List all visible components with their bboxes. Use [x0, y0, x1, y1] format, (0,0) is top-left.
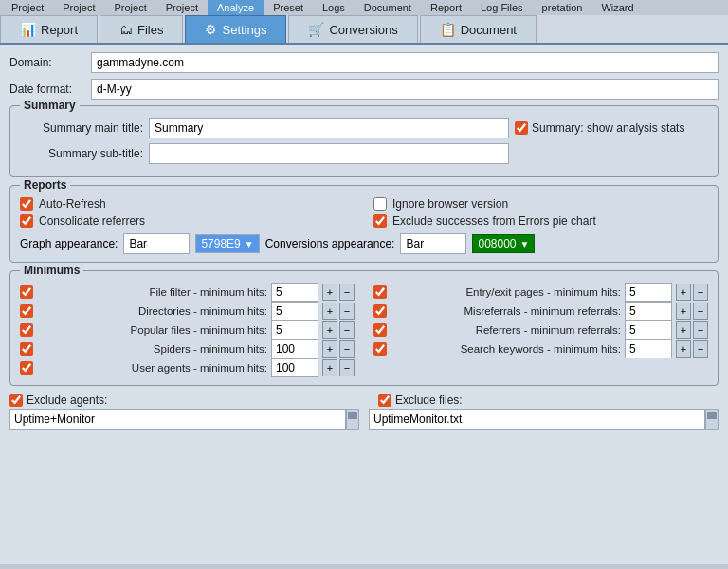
- file-filter-plus[interactable]: +: [322, 284, 337, 301]
- menu-logfiles[interactable]: Log Files: [471, 0, 533, 15]
- minimums-left: File filter - minimum hits: + − Director…: [20, 283, 355, 377]
- user-agents-minus[interactable]: −: [339, 359, 355, 376]
- popular-files-plus[interactable]: +: [322, 321, 337, 339]
- conversions-color-picker[interactable]: 008000 ▼: [472, 234, 535, 253]
- exclude-list-row: Uptime+Monitor UptimeMonitor.txt: [9, 409, 719, 430]
- menu-project-1[interactable]: Project: [2, 0, 53, 15]
- tab-settings[interactable]: ⚙ Settings: [185, 15, 286, 43]
- spiders-checkbox[interactable]: [20, 342, 33, 356]
- menu-preset[interactable]: Preset: [264, 0, 313, 15]
- graph-color-picker[interactable]: 5798E9 ▼: [195, 234, 259, 253]
- user-agents-checkbox[interactable]: [20, 361, 33, 375]
- entry-exit-minus[interactable]: −: [693, 284, 708, 301]
- auto-refresh-checkbox[interactable]: [20, 197, 33, 211]
- exclude-successes-checkbox[interactable]: [373, 214, 387, 228]
- show-stats-checkbox[interactable]: [515, 121, 528, 135]
- graph-color-value: 5798E9: [201, 237, 240, 250]
- menu-analyze[interactable]: Analyze: [208, 0, 264, 15]
- auto-refresh-text: Auto-Refresh: [39, 197, 106, 211]
- referrers-checkbox[interactable]: [373, 323, 387, 337]
- file-filter-checkbox[interactable]: [20, 285, 33, 299]
- exclude-agents-scrollbar[interactable]: [346, 409, 359, 430]
- spiders-minus[interactable]: −: [339, 340, 355, 358]
- misreferrals-checkbox[interactable]: [373, 304, 387, 318]
- conversions-icon: 🛒: [308, 22, 324, 37]
- report-icon: 📊: [20, 22, 36, 37]
- search-keywords-plus[interactable]: +: [676, 340, 691, 358]
- date-format-select[interactable]: d-M-yy M-d-yy yy-M-d: [91, 79, 719, 100]
- ignore-browser-label: Ignore browser version: [373, 197, 708, 211]
- popular-files-input[interactable]: [271, 321, 318, 340]
- exclude-files-scrollbar[interactable]: [705, 409, 719, 430]
- exclude-agents-text: Exclude agents:: [27, 394, 107, 407]
- exclude-files-list[interactable]: UptimeMonitor.txt: [369, 409, 705, 430]
- tab-conversions[interactable]: 🛒 Conversions: [288, 15, 417, 43]
- popular-files-label: Popular files - minimum hits:: [37, 324, 267, 336]
- misreferrals-minus[interactable]: −: [693, 303, 708, 320]
- exclude-agents-thumb: [348, 412, 357, 419]
- directories-checkbox[interactable]: [20, 304, 33, 318]
- user-agents-plus[interactable]: +: [322, 359, 337, 376]
- tab-conversions-label: Conversions: [329, 23, 397, 37]
- minimums-title: Minimums: [20, 264, 83, 277]
- referrers-plus[interactable]: +: [676, 321, 691, 339]
- misreferrals-plus[interactable]: +: [676, 303, 691, 320]
- spiders-row: Spiders - minimum hits: + −: [20, 340, 355, 358]
- directories-input[interactable]: [271, 302, 318, 321]
- main-content: Domain: Date format: d-M-yy M-d-yy yy-M-…: [0, 45, 728, 564]
- minimums-right: Entry/exit pages - minimum hits: + − Mis…: [373, 283, 708, 377]
- search-keywords-checkbox[interactable]: [373, 342, 387, 356]
- menu-project-2[interactable]: Project: [53, 0, 104, 15]
- exclude-agents-list-col: Uptime+Monitor: [9, 409, 359, 430]
- summary-main-title-label: Summary main title:: [20, 121, 143, 135]
- search-keywords-minus[interactable]: −: [693, 340, 708, 358]
- spiders-input[interactable]: [271, 340, 318, 358]
- referrers-minus[interactable]: −: [693, 321, 708, 339]
- menu-pretation[interactable]: pretation: [533, 0, 592, 15]
- graph-label: Graph appearance:: [20, 237, 118, 250]
- file-filter-input[interactable]: [271, 283, 318, 302]
- tab-report[interactable]: 📊 Report: [0, 15, 98, 43]
- exclude-agents-list[interactable]: Uptime+Monitor: [9, 409, 346, 430]
- summary-sub-title-select[interactable]: [149, 143, 509, 164]
- user-agents-row: User agents - minimum hits: + −: [20, 358, 355, 377]
- menu-logs[interactable]: Logs: [313, 0, 355, 15]
- conversions-select[interactable]: Bar Line Pie: [400, 233, 466, 254]
- file-filter-minus[interactable]: −: [339, 284, 355, 301]
- exclude-files-item: UptimeMonitor.txt: [373, 413, 462, 426]
- spiders-plus[interactable]: +: [322, 340, 337, 358]
- graph-select[interactable]: Bar Line Pie: [123, 233, 190, 254]
- graph-row: Graph appearance: Bar Line Pie 5798E9 ▼ …: [20, 233, 708, 254]
- menu-document[interactable]: Document: [355, 0, 421, 15]
- user-agents-input[interactable]: [271, 358, 318, 377]
- entry-exit-input[interactable]: [625, 283, 672, 302]
- search-keywords-input[interactable]: [625, 340, 672, 358]
- entry-exit-checkbox[interactable]: [373, 285, 387, 299]
- menu-wizard[interactable]: Wizard: [592, 0, 643, 15]
- exclude-agents-checkbox[interactable]: [9, 394, 23, 407]
- exclude-files-thumb: [707, 412, 717, 419]
- tab-files[interactable]: 🗂 Files: [100, 15, 183, 43]
- reports-title: Reports: [20, 178, 70, 192]
- summary-main-title-select[interactable]: Summary: [149, 118, 509, 138]
- menu-report[interactable]: Report: [421, 0, 471, 15]
- menu-bar: Project Project Project Project Analyze …: [0, 0, 728, 15]
- directories-minus[interactable]: −: [339, 303, 355, 320]
- consolidate-checkbox[interactable]: [20, 214, 33, 228]
- popular-files-minus[interactable]: −: [339, 321, 355, 339]
- menu-project-3[interactable]: Project: [105, 0, 156, 15]
- directories-plus[interactable]: +: [322, 303, 337, 320]
- ignore-browser-checkbox[interactable]: [373, 197, 387, 211]
- misreferrals-input[interactable]: [625, 302, 672, 321]
- entry-exit-plus[interactable]: +: [676, 284, 691, 301]
- popular-files-checkbox[interactable]: [20, 323, 33, 337]
- tab-settings-label: Settings: [222, 23, 266, 37]
- tab-document[interactable]: 📋 Document: [420, 15, 537, 43]
- domain-input[interactable]: [91, 52, 719, 73]
- exclude-files-checkbox[interactable]: [378, 394, 391, 407]
- referrers-input[interactable]: [625, 321, 672, 340]
- menu-project-4[interactable]: Project: [156, 0, 208, 15]
- referrers-btns: + −: [676, 321, 708, 339]
- user-agents-label: User agents - minimum hits:: [37, 362, 267, 374]
- spiders-label: Spiders - minimum hits:: [37, 343, 267, 355]
